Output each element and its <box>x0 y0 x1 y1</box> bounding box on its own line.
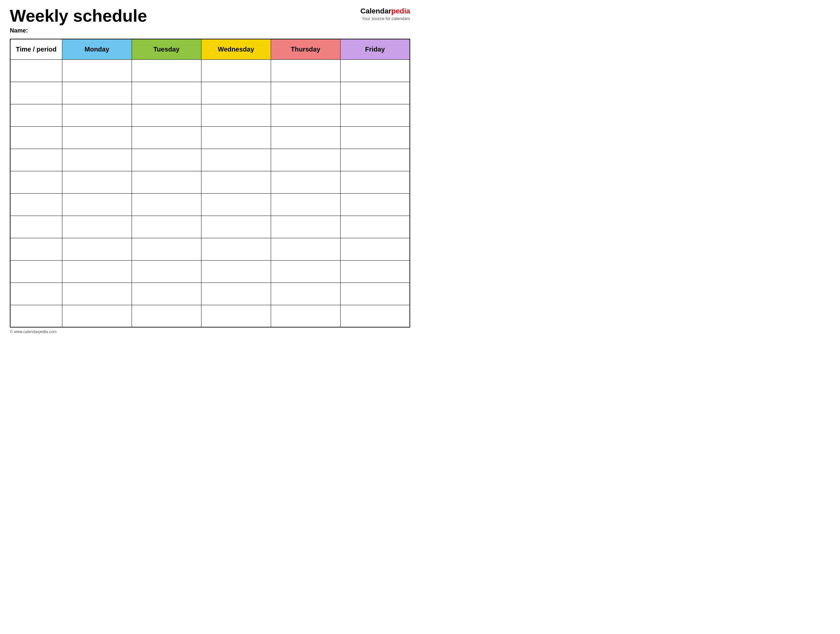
table-cell[interactable] <box>271 126 340 149</box>
logo-calendar-text: Calendar <box>360 7 391 15</box>
table-cell[interactable] <box>131 59 201 82</box>
table-cell[interactable] <box>10 149 62 171</box>
table-cell[interactable] <box>201 193 271 216</box>
table-cell[interactable] <box>340 193 410 216</box>
table-row <box>10 260 410 283</box>
col-header-friday: Friday <box>340 39 410 59</box>
logo-area: Calendarpedia Your source for calendars <box>360 6 410 21</box>
schedule-table: Time / period Monday Tuesday Wednesday T… <box>10 39 410 327</box>
table-row <box>10 193 410 216</box>
table-cell[interactable] <box>10 283 62 305</box>
table-cell[interactable] <box>201 171 271 193</box>
col-header-thursday: Thursday <box>271 39 340 59</box>
table-cell[interactable] <box>10 260 62 283</box>
table-cell[interactable] <box>271 305 340 327</box>
table-cell[interactable] <box>201 305 271 327</box>
table-cell[interactable] <box>340 283 410 305</box>
table-cell[interactable] <box>271 283 340 305</box>
table-cell[interactable] <box>340 149 410 171</box>
table-cell[interactable] <box>62 193 131 216</box>
table-cell[interactable] <box>201 149 271 171</box>
table-cell[interactable] <box>340 59 410 82</box>
table-row <box>10 171 410 193</box>
table-cell[interactable] <box>131 104 201 126</box>
table-row <box>10 216 410 238</box>
name-label: Name: <box>10 27 360 34</box>
table-cell[interactable] <box>62 305 131 327</box>
table-cell[interactable] <box>271 82 340 104</box>
table-cell[interactable] <box>271 59 340 82</box>
table-cell[interactable] <box>10 238 62 260</box>
logo-text: Calendarpedia <box>360 6 410 16</box>
table-row <box>10 104 410 126</box>
table-cell[interactable] <box>340 216 410 238</box>
table-cell[interactable] <box>62 126 131 149</box>
table-cell[interactable] <box>201 283 271 305</box>
table-cell[interactable] <box>10 216 62 238</box>
table-cell[interactable] <box>131 126 201 149</box>
col-header-time: Time / period <box>10 39 62 59</box>
table-cell[interactable] <box>62 171 131 193</box>
table-cell[interactable] <box>62 283 131 305</box>
table-cell[interactable] <box>271 171 340 193</box>
col-header-monday: Monday <box>62 39 131 59</box>
table-cell[interactable] <box>62 216 131 238</box>
table-cell[interactable] <box>271 238 340 260</box>
table-cell[interactable] <box>201 82 271 104</box>
table-cell[interactable] <box>271 104 340 126</box>
table-cell[interactable] <box>131 216 201 238</box>
table-cell[interactable] <box>201 238 271 260</box>
table-cell[interactable] <box>131 260 201 283</box>
table-cell[interactable] <box>131 149 201 171</box>
table-cell[interactable] <box>340 82 410 104</box>
table-cell[interactable] <box>271 216 340 238</box>
header-section: Weekly schedule Name: Calendarpedia Your… <box>10 6 410 34</box>
table-cell[interactable] <box>10 193 62 216</box>
table-cell[interactable] <box>340 104 410 126</box>
table-cell[interactable] <box>201 216 271 238</box>
table-cell[interactable] <box>271 149 340 171</box>
table-cell[interactable] <box>10 82 62 104</box>
table-cell[interactable] <box>131 82 201 104</box>
table-row <box>10 59 410 82</box>
table-cell[interactable] <box>340 238 410 260</box>
table-cell[interactable] <box>201 260 271 283</box>
table-cell[interactable] <box>10 104 62 126</box>
table-cell[interactable] <box>131 283 201 305</box>
table-cell[interactable] <box>10 305 62 327</box>
table-cell[interactable] <box>131 305 201 327</box>
table-cell[interactable] <box>62 104 131 126</box>
col-header-tuesday: Tuesday <box>131 39 201 59</box>
footer-url: © www.calendarpedia.com <box>10 329 410 334</box>
table-row <box>10 149 410 171</box>
table-cell[interactable] <box>201 104 271 126</box>
table-cell[interactable] <box>62 149 131 171</box>
table-row <box>10 238 410 260</box>
table-cell[interactable] <box>10 171 62 193</box>
table-cell[interactable] <box>131 193 201 216</box>
table-cell[interactable] <box>10 59 62 82</box>
col-header-wednesday: Wednesday <box>201 39 271 59</box>
table-cell[interactable] <box>131 238 201 260</box>
table-cell[interactable] <box>271 193 340 216</box>
table-cell[interactable] <box>271 260 340 283</box>
table-cell[interactable] <box>201 59 271 82</box>
table-cell[interactable] <box>62 238 131 260</box>
logo-pedia-text: pedia <box>392 7 410 15</box>
table-cell[interactable] <box>340 171 410 193</box>
header-row: Time / period Monday Tuesday Wednesday T… <box>10 39 410 59</box>
title-area: Weekly schedule Name: <box>10 6 360 34</box>
table-cell[interactable] <box>340 126 410 149</box>
table-row <box>10 305 410 327</box>
table-cell[interactable] <box>340 305 410 327</box>
table-cell[interactable] <box>340 260 410 283</box>
table-cell[interactable] <box>201 126 271 149</box>
table-row <box>10 283 410 305</box>
table-cell[interactable] <box>62 82 131 104</box>
table-cell[interactable] <box>62 260 131 283</box>
table-cell[interactable] <box>10 126 62 149</box>
table-cell[interactable] <box>62 59 131 82</box>
logo-tagline: Your source for calendars <box>360 16 410 22</box>
table-row <box>10 82 410 104</box>
table-cell[interactable] <box>131 171 201 193</box>
